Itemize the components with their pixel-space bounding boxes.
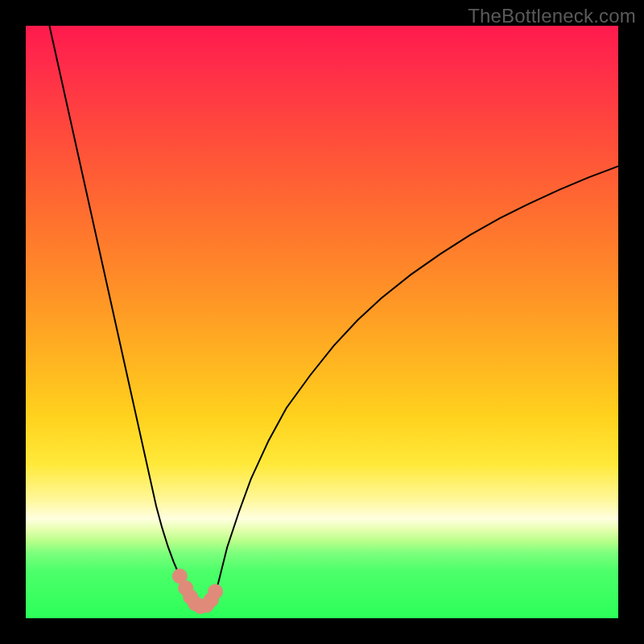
curve-right-branch xyxy=(213,166,618,605)
valley-marker xyxy=(208,584,223,599)
chart-frame: TheBottleneck.com xyxy=(0,0,644,644)
valley-markers xyxy=(172,569,222,614)
plot-area xyxy=(26,26,618,618)
curve-layer xyxy=(26,26,618,618)
attribution-watermark: TheBottleneck.com xyxy=(468,5,636,27)
curve-left-branch xyxy=(49,26,196,606)
